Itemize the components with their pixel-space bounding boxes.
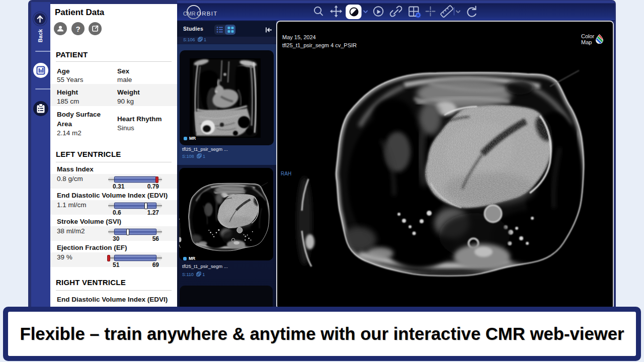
svg-text:ORBIT: ORBIT bbox=[197, 11, 218, 17]
svg-text:CMR: CMR bbox=[183, 11, 196, 17]
